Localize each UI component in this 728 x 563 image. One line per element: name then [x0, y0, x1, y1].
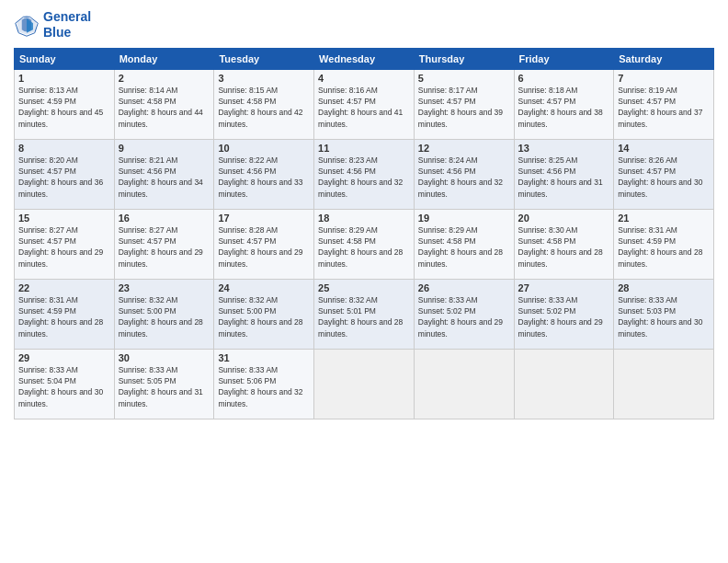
day-number: 3 [218, 73, 310, 84]
day-detail: Sunrise: 8:30 AMSunset: 4:58 PMDaylight:… [518, 224, 610, 270]
day-cell [614, 349, 714, 419]
day-cell: 3Sunrise: 8:15 AMSunset: 4:58 PMDaylight… [214, 69, 314, 139]
day-cell: 22Sunrise: 8:31 AMSunset: 4:59 PMDayligh… [15, 279, 115, 349]
day-number: 31 [218, 352, 310, 363]
day-number: 8 [18, 143, 110, 154]
day-detail: Sunrise: 8:23 AMSunset: 4:56 PMDaylight:… [318, 155, 410, 200]
day-number: 18 [318, 213, 410, 224]
day-cell [514, 349, 614, 419]
day-cell: 1Sunrise: 8:13 AMSunset: 4:59 PMDaylight… [15, 69, 115, 139]
day-cell: 2Sunrise: 8:14 AMSunset: 4:58 PMDaylight… [114, 69, 214, 139]
weekday-header-row: SundayMondayTuesdayWednesdayThursdayFrid… [15, 48, 714, 69]
day-cell: 23Sunrise: 8:32 AMSunset: 5:00 PMDayligh… [114, 279, 214, 349]
day-cell: 6Sunrise: 8:18 AMSunset: 4:57 PMDaylight… [514, 69, 614, 139]
day-number: 6 [518, 73, 610, 84]
day-detail: Sunrise: 8:22 AMSunset: 4:56 PMDaylight:… [218, 155, 310, 200]
day-number: 24 [218, 282, 310, 293]
day-number: 23 [119, 282, 210, 293]
day-cell: 28Sunrise: 8:33 AMSunset: 5:03 PMDayligh… [614, 279, 714, 349]
weekday-header-thursday: Thursday [414, 48, 514, 69]
day-number: 9 [119, 143, 210, 154]
day-detail: Sunrise: 8:27 AMSunset: 4:57 PMDaylight:… [18, 224, 110, 270]
week-row-5: 29Sunrise: 8:33 AMSunset: 5:04 PMDayligh… [15, 349, 714, 419]
weekday-header-friday: Friday [514, 48, 614, 69]
day-detail: Sunrise: 8:32 AMSunset: 5:00 PMDaylight:… [119, 294, 210, 339]
day-detail: Sunrise: 8:24 AMSunset: 4:56 PMDaylight:… [418, 155, 510, 200]
day-detail: Sunrise: 8:31 AMSunset: 4:59 PMDaylight:… [618, 224, 710, 270]
day-number: 26 [418, 282, 510, 293]
day-detail: Sunrise: 8:17 AMSunset: 4:57 PMDaylight:… [418, 85, 510, 130]
day-number: 10 [218, 143, 310, 154]
day-cell: 21Sunrise: 8:31 AMSunset: 4:59 PMDayligh… [614, 209, 714, 279]
day-detail: Sunrise: 8:32 AMSunset: 5:01 PMDaylight:… [318, 294, 410, 339]
day-cell: 10Sunrise: 8:22 AMSunset: 4:56 PMDayligh… [214, 139, 314, 209]
day-cell: 19Sunrise: 8:29 AMSunset: 4:58 PMDayligh… [414, 209, 514, 279]
day-number: 28 [618, 282, 710, 293]
day-number: 14 [618, 143, 710, 154]
day-cell: 12Sunrise: 8:24 AMSunset: 4:56 PMDayligh… [414, 139, 514, 209]
day-number: 5 [418, 73, 510, 84]
day-cell: 4Sunrise: 8:16 AMSunset: 4:57 PMDaylight… [314, 69, 415, 139]
day-number: 19 [418, 213, 510, 224]
day-number: 15 [18, 213, 110, 224]
day-detail: Sunrise: 8:33 AMSunset: 5:05 PMDaylight:… [119, 364, 210, 409]
day-cell: 24Sunrise: 8:32 AMSunset: 5:00 PMDayligh… [214, 279, 314, 349]
day-number: 17 [218, 213, 310, 224]
day-number: 12 [418, 143, 510, 154]
day-detail: Sunrise: 8:26 AMSunset: 4:57 PMDaylight:… [618, 155, 710, 200]
day-cell: 5Sunrise: 8:17 AMSunset: 4:57 PMDaylight… [414, 69, 514, 139]
week-row-1: 1Sunrise: 8:13 AMSunset: 4:59 PMDaylight… [15, 69, 714, 139]
day-cell: 18Sunrise: 8:29 AMSunset: 4:58 PMDayligh… [314, 209, 415, 279]
day-number: 21 [618, 213, 710, 224]
day-number: 20 [518, 213, 610, 224]
day-detail: Sunrise: 8:13 AMSunset: 4:59 PMDaylight:… [18, 85, 110, 130]
day-number: 11 [318, 143, 410, 154]
week-row-2: 8Sunrise: 8:20 AMSunset: 4:57 PMDaylight… [15, 139, 714, 209]
day-detail: Sunrise: 8:31 AMSunset: 4:59 PMDaylight:… [18, 294, 110, 339]
day-cell: 30Sunrise: 8:33 AMSunset: 5:05 PMDayligh… [114, 349, 214, 419]
week-row-4: 22Sunrise: 8:31 AMSunset: 4:59 PMDayligh… [15, 279, 714, 349]
day-detail: Sunrise: 8:21 AMSunset: 4:56 PMDaylight:… [119, 155, 210, 200]
weekday-header-saturday: Saturday [614, 48, 714, 69]
day-detail: Sunrise: 8:29 AMSunset: 4:58 PMDaylight:… [318, 224, 410, 270]
day-cell [314, 349, 415, 419]
day-cell: 7Sunrise: 8:19 AMSunset: 4:57 PMDaylight… [614, 69, 714, 139]
header: General Blue [14, 9, 714, 40]
day-cell: 25Sunrise: 8:32 AMSunset: 5:01 PMDayligh… [314, 279, 415, 349]
day-detail: Sunrise: 8:25 AMSunset: 4:56 PMDaylight:… [518, 155, 610, 200]
day-detail: Sunrise: 8:15 AMSunset: 4:58 PMDaylight:… [218, 85, 310, 130]
logo-text: General Blue [43, 9, 91, 40]
day-cell: 29Sunrise: 8:33 AMSunset: 5:04 PMDayligh… [15, 349, 115, 419]
day-detail: Sunrise: 8:20 AMSunset: 4:57 PMDaylight:… [18, 155, 110, 200]
weekday-header-wednesday: Wednesday [314, 48, 415, 69]
day-detail: Sunrise: 8:33 AMSunset: 5:06 PMDaylight:… [218, 364, 310, 409]
day-cell: 27Sunrise: 8:33 AMSunset: 5:02 PMDayligh… [514, 279, 614, 349]
day-cell [414, 349, 514, 419]
day-detail: Sunrise: 8:33 AMSunset: 5:02 PMDaylight:… [418, 294, 510, 339]
day-cell: 17Sunrise: 8:28 AMSunset: 4:57 PMDayligh… [214, 209, 314, 279]
week-row-3: 15Sunrise: 8:27 AMSunset: 4:57 PMDayligh… [15, 209, 714, 279]
day-detail: Sunrise: 8:18 AMSunset: 4:57 PMDaylight:… [518, 85, 610, 130]
day-number: 13 [518, 143, 610, 154]
weekday-header-tuesday: Tuesday [214, 48, 314, 69]
day-number: 27 [518, 282, 610, 293]
day-detail: Sunrise: 8:14 AMSunset: 4:58 PMDaylight:… [119, 85, 210, 130]
day-cell: 11Sunrise: 8:23 AMSunset: 4:56 PMDayligh… [314, 139, 415, 209]
day-cell: 8Sunrise: 8:20 AMSunset: 4:57 PMDaylight… [15, 139, 115, 209]
day-number: 16 [119, 213, 210, 224]
logo-icon [14, 12, 40, 38]
day-number: 2 [119, 73, 210, 84]
day-cell: 16Sunrise: 8:27 AMSunset: 4:57 PMDayligh… [114, 209, 214, 279]
calendar-table: SundayMondayTuesdayWednesdayThursdayFrid… [14, 48, 714, 419]
day-number: 7 [618, 73, 710, 84]
day-detail: Sunrise: 8:32 AMSunset: 5:00 PMDaylight:… [218, 294, 310, 339]
day-detail: Sunrise: 8:27 AMSunset: 4:57 PMDaylight:… [119, 224, 210, 270]
day-cell: 15Sunrise: 8:27 AMSunset: 4:57 PMDayligh… [15, 209, 115, 279]
day-cell: 14Sunrise: 8:26 AMSunset: 4:57 PMDayligh… [614, 139, 714, 209]
weekday-header-sunday: Sunday [15, 48, 115, 69]
day-detail: Sunrise: 8:29 AMSunset: 4:58 PMDaylight:… [418, 224, 510, 270]
day-detail: Sunrise: 8:33 AMSunset: 5:03 PMDaylight:… [618, 294, 710, 339]
day-detail: Sunrise: 8:33 AMSunset: 5:04 PMDaylight:… [18, 364, 110, 409]
day-detail: Sunrise: 8:16 AMSunset: 4:57 PMDaylight:… [318, 85, 410, 130]
day-number: 29 [18, 352, 110, 363]
